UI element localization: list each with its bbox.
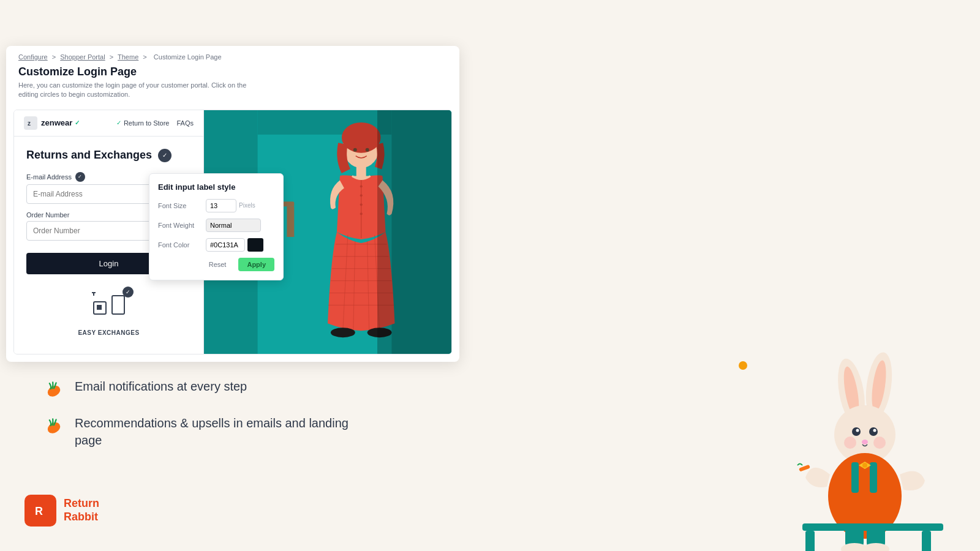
exchanges-section: ✓ EASY EXCHANGES: [26, 287, 191, 336]
svg-point-2: [46, 384, 62, 399]
svg-rect-48: [870, 462, 877, 493]
portal-header-right: ✓ Return to Store FAQs: [116, 119, 194, 127]
portal-logo-name: zenwear ✓: [41, 118, 80, 127]
svg-rect-17: [287, 206, 294, 237]
breadcrumb-configure[interactable]: Configure: [18, 53, 48, 61]
portal-logo-area: z zenwear ✓: [24, 116, 80, 130]
edit-panel: Edit input label style Font Size Pixels …: [149, 173, 284, 280]
font-size-unit: Pixels: [239, 202, 255, 209]
portal-form-title: Returns and Exchanges: [26, 149, 152, 162]
svg-point-57: [862, 463, 867, 468]
brand-name-line1: Return: [64, 497, 99, 511]
font-size-row: Font Size Pixels: [158, 199, 274, 212]
breadcrumb-current: Customize Login Page: [154, 53, 222, 61]
svg-point-41: [856, 429, 859, 432]
portal-title-row: Returns and Exchanges ✓: [26, 149, 191, 162]
svg-rect-10: [97, 305, 102, 310]
edit-panel-title: Edit input label style: [158, 182, 274, 192]
svg-rect-58: [799, 465, 810, 472]
exchanges-label: EASY EXCHANGES: [78, 329, 139, 336]
portal-left-panel: z zenwear ✓ ✓ Return to Store FAQs: [14, 110, 204, 354]
page-title: Customize Login Page: [18, 66, 447, 78]
font-color-input[interactable]: [206, 238, 245, 252]
svg-point-26: [360, 203, 363, 206]
svg-point-32: [331, 328, 355, 337]
exchanges-icon-wrap: ✓: [91, 287, 127, 326]
app-mockup: Configure > Shopper Portal > Theme > Cus…: [6, 46, 459, 362]
portal-logo-letter: z: [24, 116, 37, 130]
faqs-link[interactable]: FAQs: [176, 119, 194, 127]
orange-dot-decoration: [739, 361, 747, 370]
breadcrumb-shopper-portal[interactable]: Shopper Portal: [60, 53, 105, 61]
svg-text:R: R: [35, 505, 43, 517]
page-heading: Customize Login Page Here, you can custo…: [6, 66, 459, 105]
portal-header: z zenwear ✓ ✓ Return to Store FAQs: [14, 110, 203, 137]
svg-point-25: [360, 194, 363, 197]
exchanges-icon: [91, 287, 127, 323]
reset-button[interactable]: Reset: [202, 258, 234, 271]
carrot-icon-3: [43, 379, 65, 401]
brand-logo-icon: R: [24, 495, 56, 527]
font-weight-select[interactable]: Normal Bold Light: [206, 219, 261, 232]
font-color-control: [206, 238, 274, 252]
svg-point-45: [873, 437, 886, 449]
font-weight-label: Font Weight: [158, 222, 201, 229]
font-size-label: Font Size: [158, 202, 201, 209]
portal-form-content: Returns and Exchanges ✓ E-mail Address ✓…: [14, 137, 203, 348]
font-weight-row: Font Weight Normal Bold Light: [158, 219, 274, 232]
svg-point-19: [342, 122, 381, 153]
svg-rect-54: [805, 531, 815, 551]
svg-point-27: [360, 212, 363, 215]
email-label-edit-circle[interactable]: ✓: [75, 172, 85, 182]
svg-point-20: [353, 148, 357, 151]
brand-logo-text: Return Rabbit: [64, 497, 99, 523]
apply-button[interactable]: Apply: [238, 258, 274, 271]
rabbit-illustration: [772, 343, 968, 551]
feature-text-3: Email notifications at every step: [75, 378, 247, 395]
svg-point-44: [844, 437, 856, 449]
svg-point-39: [852, 427, 861, 436]
svg-point-40: [869, 427, 878, 436]
svg-point-42: [873, 429, 876, 432]
feature-item-3: Email notifications at every step: [43, 378, 361, 401]
svg-rect-53: [802, 523, 943, 531]
font-size-control: Pixels: [206, 199, 274, 212]
carrot-icon-4: [43, 416, 65, 438]
exchanges-edit-circle[interactable]: ✓: [123, 287, 134, 298]
font-color-label: Font Color: [158, 241, 201, 249]
svg-point-24: [360, 185, 363, 187]
portal-title-edit-circle[interactable]: ✓: [158, 149, 172, 162]
svg-point-3: [46, 421, 62, 436]
feature-item-4: Recommendations & upsells in emails and …: [43, 414, 361, 449]
font-size-input[interactable]: [206, 199, 236, 212]
edit-actions: Reset Apply: [158, 258, 274, 271]
breadcrumb: Configure > Shopper Portal > Theme > Cus…: [6, 46, 459, 66]
brand-logo: R Return Rabbit: [24, 495, 99, 527]
portal-preview: z zenwear ✓ ✓ Return to Store FAQs: [13, 110, 452, 354]
rabbit-svg: [772, 343, 968, 551]
svg-text:z: z: [28, 120, 31, 127]
page-description: Here, you can customize the login page o…: [18, 81, 251, 100]
svg-rect-7: [112, 296, 124, 314]
svg-rect-55: [922, 531, 931, 551]
font-color-row: Font Color: [158, 238, 274, 252]
svg-rect-47: [851, 462, 859, 493]
font-weight-control: Normal Bold Light: [206, 219, 274, 232]
feature-text-4: Recommendations & upsells in emails and …: [75, 414, 361, 449]
svg-rect-22: [356, 165, 366, 177]
svg-point-52: [862, 543, 889, 551]
portal-right-overlay: [377, 110, 451, 354]
brand-name-line2: Rabbit: [64, 511, 99, 524]
return-to-store-link[interactable]: ✓ Return to Store: [116, 119, 170, 127]
breadcrumb-theme[interactable]: Theme: [118, 53, 138, 61]
svg-point-21: [366, 148, 369, 151]
color-swatch[interactable]: [247, 238, 263, 252]
svg-point-43: [862, 440, 868, 444]
